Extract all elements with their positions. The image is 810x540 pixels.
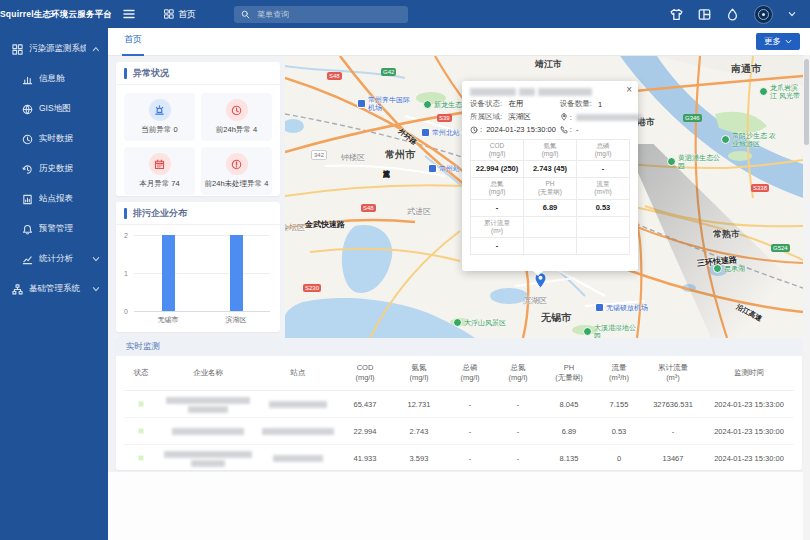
cod-value: 65.437 <box>338 400 392 409</box>
popup-pointer <box>532 270 544 282</box>
bar-滨湖区 <box>230 235 243 311</box>
chevron-down-icon[interactable] <box>788 10 796 18</box>
metric-value: - <box>577 161 630 178</box>
tn-value: - <box>494 454 542 463</box>
column-header-流量: 流量(m³/h) <box>596 363 642 383</box>
panel-title-distribution: 排污企业分布 <box>116 202 280 225</box>
tab-home[interactable]: 首页 <box>122 27 144 56</box>
metric-value: 6.89 <box>524 200 577 217</box>
table-row[interactable]: 41.933 3.593 - - 8.135 0 13467 2024-01-2… <box>124 445 794 470</box>
tn-value: - <box>494 427 542 436</box>
tab-bar: 首页 更多 <box>108 28 810 56</box>
calendar-icon <box>149 153 171 175</box>
sidebar-item-label: 历史数据 <box>39 163 100 175</box>
tn-value: - <box>494 400 542 409</box>
nh3n-value: 2.743 <box>392 427 446 436</box>
flow-value: 0 <box>596 454 642 463</box>
sidebar-item-label: 预警管理 <box>39 223 100 235</box>
search-icon <box>241 10 250 19</box>
vertical-scrollbar[interactable] <box>803 55 810 540</box>
clock-icon <box>470 126 478 134</box>
enterprise-distribution-panel: 排污企业分布 210 无锡市 滨湖区 <box>116 202 280 332</box>
sidebar-item-5[interactable]: 站点报表 <box>0 184 108 214</box>
station-info-popup: × 设备状态: 在用 设备数量: 1 所属区域: 滨湖区 : : 2024-01… <box>462 81 638 271</box>
stat-card-label: 本月异常 74 <box>139 179 179 189</box>
sidebar-item-3[interactable]: 实时数据 <box>0 124 108 154</box>
sidebar-item-1[interactable]: 信息舱 <box>0 64 108 94</box>
stat-grid: 当前异常 0前24h异常 4本月异常 74前24h未处理异常 4 <box>116 85 280 203</box>
search-input[interactable] <box>255 9 379 20</box>
gis-map[interactable]: 靖江市南通市港市常州市钟楼区武进区金坛区常熟市滨湖区无锡市金武快速路外环路江宜高… <box>285 56 803 338</box>
org-icon <box>12 284 23 295</box>
total-flow-value: - <box>642 427 704 436</box>
topbar-actions <box>670 5 810 24</box>
monitor-time: 2024-01-23 15:30:00 <box>704 427 794 436</box>
sidebar-item-8[interactable]: 基础管理系统 <box>0 274 108 304</box>
sidebar-item-label: 统计分析 <box>39 253 86 265</box>
stat-card-2[interactable]: 本月异常 74 <box>124 147 195 195</box>
close-icon[interactable]: × <box>626 85 632 95</box>
hamburger-menu-icon[interactable] <box>122 8 136 20</box>
layout-panels-icon[interactable] <box>698 8 711 21</box>
ph-value: 8.045 <box>542 400 596 409</box>
sidebar-item-label: 污染源监测系统 <box>29 43 86 55</box>
user-avatar[interactable] <box>754 5 773 24</box>
realtime-monitor-panel: 实时监测 状态企业名称站点COD(mg/l)氨氮(mg/l)总磷(mg/l)总氮… <box>116 336 802 470</box>
breadcrumb[interactable]: 首页 <box>164 8 196 21</box>
popup-info: 设备状态: 在用 设备数量: 1 所属区域: 滨湖区 : : 2024-01-2… <box>462 99 638 134</box>
sidebar-item-6[interactable]: 预警管理 <box>0 214 108 244</box>
grid-icon <box>164 9 174 19</box>
gridline <box>134 235 270 236</box>
column-header-总磷: 总磷(mg/l) <box>446 363 494 383</box>
menu-search[interactable] <box>234 6 408 23</box>
metric-header: 总磷(mg/l) <box>577 140 630 161</box>
total-flow-value: 327636.531 <box>642 400 704 409</box>
metric-header: 总氮(mg/l) <box>471 178 524 199</box>
device-count-value: 1 <box>598 100 602 109</box>
table-row[interactable]: 65.437 12.731 - - 8.045 7.155 327636.531… <box>124 391 794 418</box>
metric-header: 氨氮(mg/l) <box>524 140 577 161</box>
stat-card-0[interactable]: 当前异常 0 <box>124 93 195 141</box>
sidebar-item-4[interactable]: 历史数据 <box>0 154 108 184</box>
y-tick-label: 2 <box>124 232 128 239</box>
grid-icon <box>12 44 23 55</box>
bar-chart: 210 <box>134 235 270 312</box>
metric-value: - <box>471 238 524 255</box>
column-header-氨氮: 氨氮(mg/l) <box>392 363 446 383</box>
tp-value: - <box>446 454 494 463</box>
monitor-time: 2024-01-23 15:33:00 <box>704 400 794 409</box>
stat-card-3[interactable]: 前24h未处理异常 4 <box>201 147 272 195</box>
title-accent-bar <box>124 208 127 219</box>
table-header-row: 状态企业名称站点COD(mg/l)氨氮(mg/l)总磷(mg/l)总氮(mg/l… <box>124 356 794 391</box>
cod-value: 22.994 <box>338 427 392 436</box>
column-header-监测时间: 监测时间 <box>704 368 794 378</box>
nh3n-value: 3.593 <box>392 454 446 463</box>
address-redacted <box>576 114 642 121</box>
sidebar-item-2[interactable]: GIS地图 <box>0 94 108 124</box>
chevron-down-icon <box>92 285 100 293</box>
stat-card-label: 前24h未处理异常 4 <box>205 179 269 189</box>
flame-icon[interactable] <box>726 8 739 21</box>
table-row[interactable]: 22.994 2.743 - - 6.89 0.53 - 2024-01-23 … <box>124 418 794 445</box>
more-button[interactable]: 更多 <box>756 33 800 50</box>
abnormal-status-panel: 异常状况 当前异常 0前24h异常 4本月异常 74前24h未处理异常 4 <box>116 62 280 196</box>
siren-icon <box>149 99 171 121</box>
popup-time: 2024-01-23 15:30:00 <box>486 125 556 134</box>
total-flow-value: 13467 <box>642 454 704 463</box>
empty-cell <box>524 217 577 238</box>
sidebar-item-0[interactable]: 污染源监测系统 <box>0 34 108 64</box>
metric-value: 0.53 <box>577 200 630 217</box>
theme-skin-icon[interactable] <box>670 8 683 21</box>
location-pin-icon <box>560 113 568 121</box>
app-root: Squirrel生态环境云服务平台 污染源监测系统信息舱GIS地图实时数据历史数… <box>0 0 810 540</box>
column-header-COD: COD(mg/l) <box>338 363 392 383</box>
bar-chart-x-labels: 无锡市 滨湖区 <box>134 315 270 325</box>
column-header-状态: 状态 <box>124 368 158 378</box>
ph-value: 8.135 <box>542 454 596 463</box>
sidebar-item-7[interactable]: 统计分析 <box>0 244 108 274</box>
scrollbar-thumb[interactable] <box>804 59 809 145</box>
popup-metrics-grid: COD(mg/l) 氨氮(mg/l) 总磷(mg/l) 22.994 (250)… <box>470 139 630 255</box>
report-icon <box>22 194 33 205</box>
globe-icon <box>22 104 33 115</box>
stat-card-1[interactable]: 前24h异常 4 <box>201 93 272 141</box>
